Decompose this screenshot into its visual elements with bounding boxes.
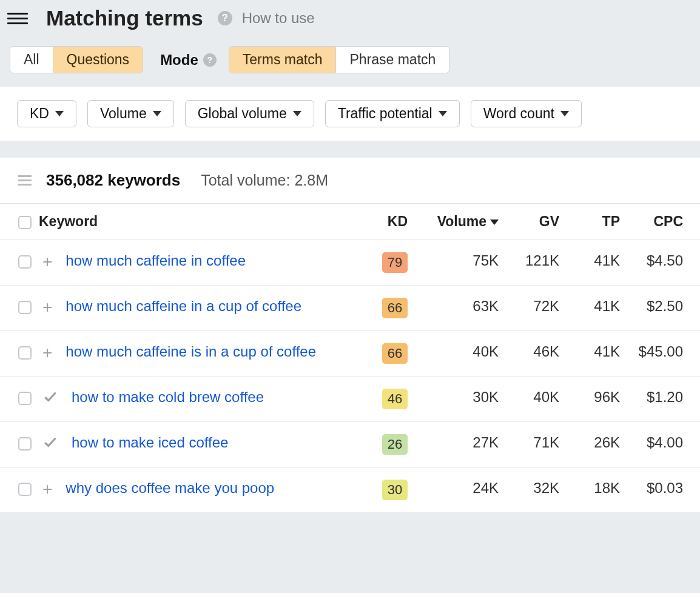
cell-gv: 72K: [506, 286, 567, 331]
row-checkbox[interactable]: [18, 392, 32, 405]
kd-badge: 66: [382, 343, 408, 364]
plus-icon[interactable]: +: [42, 344, 52, 361]
check-icon: [42, 389, 58, 408]
table-row: how to make cold brew coffee4630K40K96K$…: [0, 377, 700, 422]
filter-global-volume[interactable]: Global volume: [185, 100, 314, 127]
keywords-table: Keyword KD Volume GV TP CPC +how much ca…: [0, 203, 700, 513]
cell-cpc: $4.00: [627, 422, 700, 467]
col-volume[interactable]: Volume: [415, 204, 506, 240]
filter-type-segment: All Questions: [10, 46, 143, 73]
help-icon[interactable]: ?: [218, 11, 232, 25]
cell-volume: 24K: [415, 467, 506, 513]
sort-desc-icon: [490, 219, 499, 225]
caret-down-icon: [55, 111, 64, 116]
cell-cpc: $4.50: [627, 240, 700, 286]
page-title: Matching terms: [46, 6, 203, 30]
how-to-use-link[interactable]: How to use: [242, 10, 315, 27]
tab-terms-match[interactable]: Terms match: [229, 47, 337, 73]
caret-down-icon: [439, 111, 447, 116]
cell-gv: 71K: [506, 422, 567, 467]
filter-word-count[interactable]: Word count: [471, 100, 582, 127]
col-gv[interactable]: GV: [506, 204, 567, 240]
filters-bar: KD Volume Global volume Traffic potentia…: [0, 87, 700, 141]
menu-icon[interactable]: [7, 8, 28, 28]
cell-tp: 96K: [567, 377, 627, 422]
table-row: +how much caffeine in coffee7975K121K41K…: [0, 240, 700, 286]
table-row: +how much caffeine is in a cup of coffee…: [0, 331, 700, 377]
cell-volume: 75K: [415, 240, 506, 286]
row-checkbox[interactable]: [18, 301, 32, 314]
total-volume: Total volume: 2.8M: [201, 172, 328, 189]
row-checkbox[interactable]: [18, 346, 32, 360]
kd-badge: 66: [382, 298, 408, 318]
row-checkbox[interactable]: [18, 255, 32, 269]
cell-gv: 32K: [506, 467, 567, 513]
filter-kd[interactable]: KD: [17, 100, 76, 127]
kd-badge: 30: [382, 480, 408, 500]
mode-segment: Terms match Phrase match: [229, 46, 450, 73]
cell-cpc: $1.20: [627, 377, 700, 422]
select-all-checkbox[interactable]: [18, 216, 32, 229]
plus-icon[interactable]: +: [42, 481, 52, 498]
keyword-link[interactable]: how much caffeine in a cup of coffee: [66, 298, 301, 314]
plus-icon[interactable]: +: [42, 299, 52, 316]
kd-badge: 79: [382, 252, 408, 273]
cell-tp: 18K: [567, 467, 627, 513]
caret-down-icon: [560, 111, 569, 116]
mode-label: Mode: [160, 52, 198, 69]
cell-volume: 30K: [415, 377, 506, 422]
cell-cpc: $45.00: [627, 331, 700, 377]
table-row: +why does coffee make you poop3024K32K18…: [0, 467, 700, 513]
col-kd[interactable]: KD: [360, 204, 415, 240]
cell-volume: 40K: [415, 331, 506, 377]
cell-volume: 27K: [415, 422, 506, 467]
cell-tp: 41K: [567, 331, 627, 377]
tab-all[interactable]: All: [10, 47, 53, 73]
cell-gv: 40K: [506, 377, 567, 422]
filter-volume[interactable]: Volume: [87, 100, 174, 127]
check-icon: [42, 434, 58, 454]
filter-traffic-potential[interactable]: Traffic potential: [325, 100, 460, 127]
kd-badge: 26: [382, 434, 408, 455]
keyword-link[interactable]: why does coffee make you poop: [66, 480, 274, 496]
cell-tp: 41K: [567, 286, 627, 331]
tab-questions[interactable]: Questions: [53, 47, 143, 73]
cell-volume: 63K: [415, 286, 506, 331]
table-row: how to make iced coffee2627K71K26K$4.00: [0, 422, 700, 467]
keyword-link[interactable]: how to make cold brew coffee: [72, 389, 264, 405]
cell-tp: 41K: [567, 240, 627, 286]
table-row: +how much caffeine in a cup of coffee666…: [0, 286, 700, 331]
tab-phrase-match[interactable]: Phrase match: [336, 47, 449, 73]
row-checkbox[interactable]: [18, 437, 32, 451]
keyword-link[interactable]: how much caffeine is in a cup of coffee: [66, 343, 316, 360]
col-keyword[interactable]: Keyword: [36, 204, 360, 240]
mode-help-icon[interactable]: ?: [203, 53, 217, 67]
cell-gv: 46K: [506, 331, 567, 377]
list-icon[interactable]: [18, 175, 32, 186]
cell-cpc: $2.50: [627, 286, 700, 331]
col-tp[interactable]: TP: [567, 204, 627, 240]
keyword-link[interactable]: how to make iced coffee: [72, 434, 228, 451]
cell-tp: 26K: [567, 422, 627, 467]
keyword-link[interactable]: how much caffeine in coffee: [66, 252, 246, 269]
caret-down-icon: [153, 111, 161, 116]
row-checkbox[interactable]: [18, 483, 32, 496]
cell-cpc: $0.03: [627, 467, 700, 513]
kd-badge: 46: [382, 389, 408, 409]
cell-gv: 121K: [506, 240, 567, 286]
col-cpc[interactable]: CPC: [627, 204, 700, 240]
keyword-count: 356,082 keywords: [46, 171, 180, 190]
caret-down-icon: [293, 111, 301, 116]
plus-icon[interactable]: +: [42, 253, 52, 270]
